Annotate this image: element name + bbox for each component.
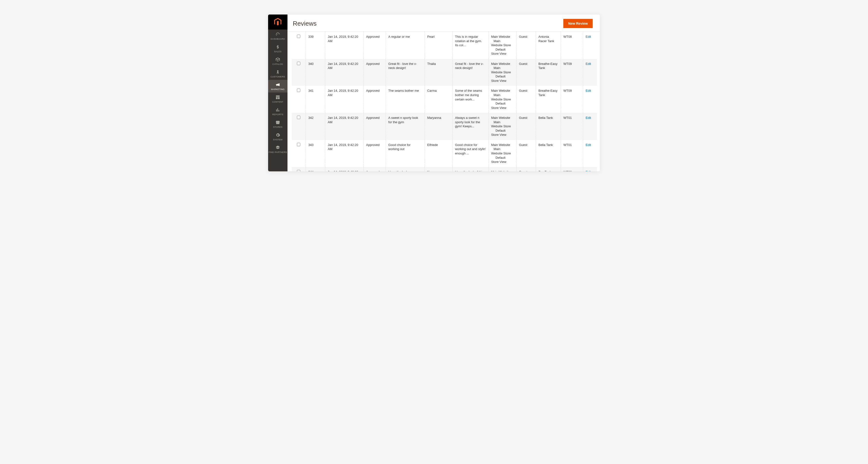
cell-product: Breathe-Easy Tank bbox=[536, 86, 561, 113]
cell-sku: WT08 bbox=[561, 32, 583, 59]
cell-nickname: Pearl bbox=[425, 32, 453, 59]
row-select-cell bbox=[292, 140, 306, 167]
cell-visibility: Main WebsiteMainWebsite StoreDefaultStor… bbox=[489, 86, 516, 113]
cell-status: Approved bbox=[364, 140, 386, 167]
cell-title: The seams bother me bbox=[386, 86, 425, 113]
visibility-line4: Default bbox=[491, 101, 514, 106]
sidebar-item-stores[interactable]: STORES bbox=[268, 118, 287, 130]
cell-nickname: Maryanna bbox=[425, 113, 453, 140]
cell-type: Guest bbox=[516, 167, 536, 171]
sidebar-item-catalog[interactable]: CATALOG bbox=[268, 55, 287, 67]
cell-nickname: Elfriede bbox=[425, 140, 453, 167]
edit-link[interactable]: Edit bbox=[586, 89, 591, 93]
visibility-line5: Store View bbox=[491, 52, 514, 56]
cell-status: Approved bbox=[364, 86, 386, 113]
edit-link[interactable]: Edit bbox=[586, 35, 591, 38]
visibility-line3: Website Store bbox=[491, 97, 514, 102]
cell-status: Approved bbox=[364, 59, 386, 86]
sidebar-item-marketing[interactable]: MARKETING bbox=[268, 80, 287, 93]
visibility-line1: Main Website bbox=[491, 62, 514, 66]
sidebar-item-dashboard[interactable]: DASHBOARD bbox=[268, 30, 287, 42]
magento-logo[interactable] bbox=[268, 14, 287, 30]
reviews-grid-wrap: 339Jan 14, 2019, 9:42:20 AMApprovedA reg… bbox=[287, 32, 600, 171]
cell-product: Antonia Racer Tank bbox=[536, 32, 561, 59]
cell-review: Some of the seams bother me during certa… bbox=[453, 86, 489, 113]
storefront-icon bbox=[275, 120, 280, 125]
visibility-line1: Main Website bbox=[491, 89, 514, 93]
cell-type: Guest bbox=[516, 140, 536, 167]
sidebar-item-label: FIND PARTNERS bbox=[269, 151, 287, 154]
sidebar-item-customers[interactable]: CUSTOMERS bbox=[268, 67, 287, 80]
cell-sku: WT09 bbox=[561, 86, 583, 113]
cell-status: Approved bbox=[364, 113, 386, 140]
cell-title: A regular or me bbox=[386, 32, 425, 59]
row-select-checkbox[interactable] bbox=[297, 35, 300, 38]
table-row: 340Jan 14, 2019, 9:42:20 AMApprovedGreat… bbox=[292, 59, 597, 86]
cell-visibility: Main WebsiteMainWebsite StoreDefaultStor… bbox=[489, 140, 516, 167]
megaphone-icon bbox=[275, 82, 280, 87]
sidebar-item-content[interactable]: CONTENT bbox=[268, 93, 287, 105]
edit-link[interactable]: Edit bbox=[586, 62, 591, 66]
row-select-checkbox[interactable] bbox=[297, 116, 300, 119]
cell-id: 341 bbox=[306, 86, 325, 113]
sidebar-item-reports[interactable]: REPORTS bbox=[268, 105, 287, 118]
sidebar-item-label: CUSTOMERS bbox=[271, 75, 285, 78]
cell-product: Breathe-Easy Tank bbox=[536, 59, 561, 86]
cell-sku: WT02 bbox=[561, 167, 583, 171]
sidebar-item-sales[interactable]: SALES bbox=[268, 42, 287, 55]
person-icon bbox=[275, 70, 280, 74]
table-row: 343Jan 14, 2019, 9:42:20 AMApprovedGood … bbox=[292, 140, 597, 167]
visibility-line2: Main bbox=[491, 120, 514, 124]
cell-review: Great fit - love the v-neck design! bbox=[453, 59, 489, 86]
visibility-line4: Default bbox=[491, 74, 514, 79]
cell-review: Always a sweet n sporty look for the gym… bbox=[453, 113, 489, 140]
row-select-checkbox[interactable] bbox=[297, 143, 300, 146]
row-select-cell bbox=[292, 59, 306, 86]
cell-created: Jan 14, 2019, 9:42:20 AM bbox=[325, 59, 364, 86]
page-header: Reviews New Review bbox=[287, 14, 600, 32]
sidebar-item-partners[interactable]: FIND PARTNERS bbox=[268, 143, 287, 155]
edit-link[interactable]: Edit bbox=[586, 170, 591, 171]
cell-product: Bella Tank bbox=[536, 113, 561, 140]
visibility-line1: Main Website bbox=[491, 143, 514, 147]
visibility-line3: Website Store bbox=[491, 151, 514, 156]
row-select-cell bbox=[292, 113, 306, 140]
sidebar-item-system[interactable]: SYSTEM bbox=[268, 130, 287, 143]
visibility-line1: Main Website bbox=[491, 170, 514, 171]
cell-created: Jan 14, 2019, 9:42:20 AM bbox=[325, 140, 364, 167]
row-select-checkbox[interactable] bbox=[297, 62, 300, 65]
cell-title: A sweet n sporty look for the gym bbox=[386, 113, 425, 140]
cell-type: Guest bbox=[516, 59, 536, 86]
cell-action: Edit bbox=[583, 32, 597, 59]
cell-id: 340 bbox=[306, 59, 325, 86]
edit-link[interactable]: Edit bbox=[586, 116, 591, 120]
reviews-table: 339Jan 14, 2019, 9:42:20 AMApprovedA reg… bbox=[292, 32, 597, 171]
sidebar-item-label: STORES bbox=[273, 126, 283, 128]
cell-visibility: Main WebsiteMainWebsite StoreDefaultStor… bbox=[489, 59, 516, 86]
cell-created: Jan 14, 2019, 9:42:20 AM bbox=[325, 113, 364, 140]
cell-type: Guest bbox=[516, 32, 536, 59]
cell-type: Guest bbox=[516, 86, 536, 113]
visibility-line2: Main bbox=[491, 39, 514, 43]
box-icon bbox=[275, 57, 280, 62]
row-select-checkbox[interactable] bbox=[297, 170, 300, 171]
cell-status: Approved bbox=[364, 167, 386, 171]
new-review-button[interactable]: New Review bbox=[563, 19, 593, 28]
page-title: Reviews bbox=[293, 20, 316, 27]
sidebar-item-label: CONTENT bbox=[272, 101, 283, 103]
row-select-cell bbox=[292, 86, 306, 113]
gear-icon bbox=[275, 133, 280, 137]
visibility-line4: Default bbox=[491, 47, 514, 52]
visibility-line2: Main bbox=[491, 147, 514, 151]
cell-id: 342 bbox=[306, 113, 325, 140]
cell-sku: WT09 bbox=[561, 59, 583, 86]
cell-action: Edit bbox=[583, 86, 597, 113]
edit-link[interactable]: Edit bbox=[586, 143, 591, 147]
cell-product: Bella Tank bbox=[536, 140, 561, 167]
cell-visibility: Main WebsiteMainWebsite StoreDefaultStor… bbox=[489, 113, 516, 140]
visibility-line1: Main Website bbox=[491, 35, 514, 39]
row-select-checkbox[interactable] bbox=[297, 89, 300, 92]
cell-id: 343 bbox=[306, 140, 325, 167]
visibility-line4: Default bbox=[491, 156, 514, 160]
visibility-line3: Website Store bbox=[491, 43, 514, 47]
